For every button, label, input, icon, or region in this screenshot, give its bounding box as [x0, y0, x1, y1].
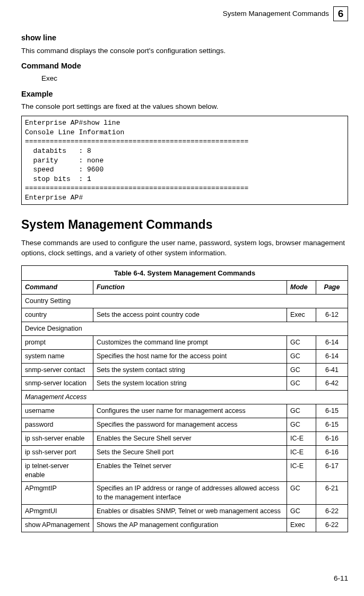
cell-cmd: snmp-server location: [22, 377, 93, 391]
th-page: Page: [316, 281, 348, 295]
table-row: prompt Customizes the command line promp…: [22, 335, 348, 349]
cell-cmd: country: [22, 308, 93, 322]
cell-fn: Sets the Secure Shell port: [93, 445, 287, 459]
command-mode-label: Command Mode: [21, 61, 348, 72]
cell-mode: GC: [287, 418, 316, 432]
cell-page: 6-12: [316, 308, 348, 322]
cell-mode: GC: [287, 505, 316, 519]
group-mgmt: Management Access: [22, 391, 348, 404]
cell-mode: IC-E: [287, 445, 316, 459]
table-row: APmgmtUI Enables or disables SNMP, Telne…: [22, 505, 348, 519]
cell-page: 6-16: [316, 445, 348, 459]
cell-fn: Sets the system contact string: [93, 363, 287, 377]
cell-page: 6-42: [316, 377, 348, 391]
table-header-row: Command Function Mode Page: [22, 281, 348, 295]
cell-fn: Sets the system location string: [93, 377, 287, 391]
cell-cmd: ip ssh-server port: [22, 445, 93, 459]
table-caption: Table 6-4. System Management Commands: [21, 265, 348, 281]
page-header: System Management Commands 6: [21, 6, 348, 21]
section-intro: These commands are used to configure the…: [21, 238, 348, 257]
table-row: snmp-server location Sets the system loc…: [22, 377, 348, 391]
cell-cmd: password: [22, 418, 93, 432]
th-command: Command: [22, 281, 93, 295]
table-row: APmgmtIP Specifies an IP address or rang…: [22, 482, 348, 505]
example-intro: The console port settings are fixed at t…: [21, 102, 348, 111]
cell-mode: GC: [287, 482, 316, 505]
command-description: This command displays the console port's…: [21, 46, 348, 56]
cell-cmd: APmgmtIP: [22, 482, 93, 505]
cell-fn: Enables the Telnet server: [93, 459, 287, 482]
cell-page: 6-14: [316, 349, 348, 363]
cell-page: 6-14: [316, 335, 348, 349]
page-number: 6-11: [334, 574, 348, 583]
table-row: ip telnet-server enable Enables the Teln…: [22, 459, 348, 482]
cell-fn: Enables the Secure Shell server: [93, 431, 287, 445]
table-group-row: Management Access: [22, 391, 348, 404]
command-mode-value: Exec: [41, 74, 348, 83]
cell-page: 6-17: [316, 459, 348, 482]
cell-mode: IC-E: [287, 431, 316, 445]
example-label: Example: [21, 89, 348, 100]
cell-cmd: system name: [22, 349, 93, 363]
cell-cmd: ip ssh-server enable: [22, 431, 93, 445]
cell-fn: Shows the AP management configuration: [93, 519, 287, 532]
command-title: show line: [21, 33, 348, 44]
table-row: snmp-server contact Sets the system cont…: [22, 363, 348, 377]
cell-page: 6-16: [316, 431, 348, 445]
chapter-badge: 6: [333, 6, 348, 21]
cell-cmd: ip telnet-server enable: [22, 459, 93, 482]
cell-page: 6-15: [316, 404, 348, 418]
table-row: ip ssh-server enable Enables the Secure …: [22, 431, 348, 445]
cell-cmd: username: [22, 404, 93, 418]
cell-fn: Specifies the password for management ac…: [93, 418, 287, 432]
cell-cmd: prompt: [22, 335, 93, 349]
commands-table: Table 6-4. System Management Commands Co…: [21, 265, 348, 532]
table-row: password Specifies the password for mana…: [22, 418, 348, 432]
cell-cmd: snmp-server contact: [22, 363, 93, 377]
cell-mode: GC: [287, 335, 316, 349]
cell-mode: Exec: [287, 308, 316, 322]
table-row: ip ssh-server port Sets the Secure Shell…: [22, 445, 348, 459]
cell-mode: IC-E: [287, 459, 316, 482]
cell-cmd: show APmanagement: [22, 519, 93, 532]
table-row: country Sets the access point country co…: [22, 308, 348, 322]
cell-cmd: APmgmtUI: [22, 505, 93, 519]
header-title: System Management Commands: [223, 9, 329, 19]
section-heading: System Management Commands: [21, 217, 348, 233]
cell-mode: GC: [287, 363, 316, 377]
cell-fn: Sets the access point country code: [93, 308, 287, 322]
cell-fn: Specifies an IP address or range of addr…: [93, 482, 287, 505]
cell-mode: GC: [287, 349, 316, 363]
cell-page: 6-21: [316, 482, 348, 505]
group-country: Country Setting: [22, 295, 348, 308]
cell-mode: Exec: [287, 519, 316, 532]
group-device: Device Designation: [22, 322, 348, 335]
table-row: show APmanagement Shows the AP managemen…: [22, 519, 348, 532]
table-row: system name Specifies the host name for …: [22, 349, 348, 363]
code-block: Enterprise AP#show line Console Line Inf…: [21, 116, 348, 205]
cell-fn: Specifies the host name for the access p…: [93, 349, 287, 363]
th-mode: Mode: [287, 281, 316, 295]
cell-page: 6-22: [316, 519, 348, 532]
cell-mode: GC: [287, 377, 316, 391]
cell-page: 6-15: [316, 418, 348, 432]
cell-fn: Configures the user name for management …: [93, 404, 287, 418]
cell-mode: GC: [287, 404, 316, 418]
table-group-row: Country Setting: [22, 295, 348, 308]
table-group-row: Device Designation: [22, 322, 348, 335]
cell-page: 6-22: [316, 505, 348, 519]
cell-fn: Customizes the command line prompt: [93, 335, 287, 349]
cell-fn: Enables or disables SNMP, Telnet or web …: [93, 505, 287, 519]
th-function: Function: [93, 281, 287, 295]
table-row: username Configures the user name for ma…: [22, 404, 348, 418]
cell-page: 6-41: [316, 363, 348, 377]
